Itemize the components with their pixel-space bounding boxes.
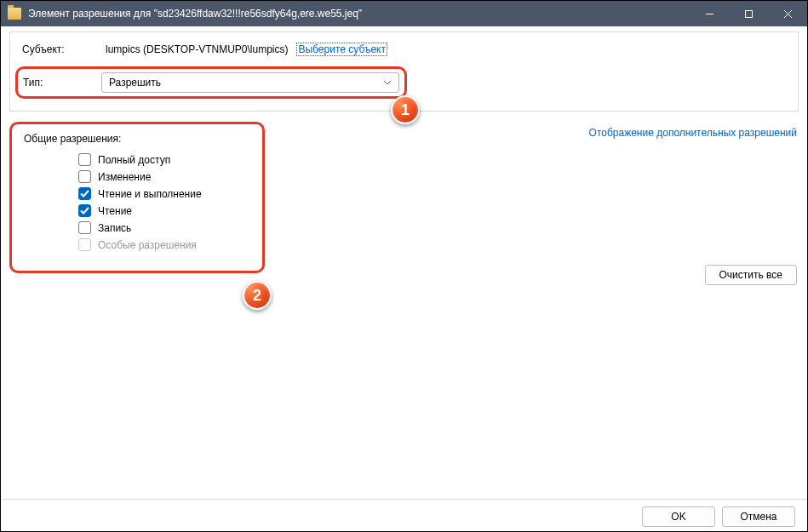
permissions-group: Общие разрешения: Полный доступИзменение…	[9, 122, 265, 273]
permission-item: Особые разрешения	[78, 238, 250, 251]
permission-label: Запись	[98, 222, 131, 234]
permission-label: Чтение и выполнение	[98, 188, 202, 200]
permission-label: Чтение	[98, 205, 132, 217]
permission-checkbox[interactable]	[78, 204, 91, 217]
permission-checkbox[interactable]	[78, 170, 91, 183]
window-title: Элемент разрешения для "sd23426ffdaw32!!…	[28, 8, 690, 20]
select-subject-link[interactable]: Выберите субъект	[296, 43, 387, 56]
permission-checkbox	[78, 238, 91, 251]
annotation-badge-1: 1	[391, 95, 420, 124]
type-row: Тип: Разрешить	[15, 66, 407, 99]
titlebar: Элемент разрешения для "sd23426ffdaw32!!…	[1, 1, 807, 26]
permission-item[interactable]: Изменение	[78, 170, 250, 183]
maximize-button[interactable]	[729, 1, 768, 26]
folder-icon	[8, 8, 21, 20]
clear-all-button[interactable]: Очистить все	[705, 265, 797, 285]
permission-item[interactable]: Запись	[78, 221, 250, 234]
permission-label: Полный доступ	[98, 154, 170, 166]
permission-label: Особые разрешения	[98, 239, 197, 251]
subject-value: lumpics (DESKTOP-VTNMUP0\lumpics)	[106, 43, 288, 55]
permission-checkbox[interactable]	[78, 187, 91, 200]
advanced-permissions-link[interactable]: Отображение дополнительных разрешений	[589, 127, 797, 139]
minimize-button[interactable]	[690, 1, 729, 26]
permissions-title: Общие разрешения:	[24, 133, 250, 145]
permission-label: Изменение	[98, 171, 151, 183]
permission-item[interactable]: Чтение	[78, 204, 250, 217]
subject-label: Субъект:	[22, 43, 106, 55]
permission-item[interactable]: Чтение и выполнение	[78, 187, 250, 200]
ok-button[interactable]: OK	[642, 506, 715, 527]
subject-row: Субъект: lumpics (DESKTOP-VTNMUP0\lumpic…	[22, 43, 786, 56]
svg-rect-1	[745, 10, 752, 17]
permissions-list: Полный доступИзменениеЧтение и выполнени…	[24, 153, 250, 251]
type-label: Тип:	[23, 77, 101, 89]
type-value: Разрешить	[109, 77, 161, 89]
cancel-button[interactable]: Отмена	[722, 506, 795, 527]
chevron-down-icon	[383, 80, 392, 85]
permission-item[interactable]: Полный доступ	[78, 153, 250, 166]
dialog-footer: OK Отмена	[1, 499, 807, 532]
type-combobox[interactable]: Разрешить	[101, 72, 399, 93]
permission-checkbox[interactable]	[78, 153, 91, 166]
permission-checkbox[interactable]	[78, 221, 91, 234]
close-button[interactable]	[768, 1, 807, 26]
annotation-badge-2: 2	[243, 281, 272, 310]
